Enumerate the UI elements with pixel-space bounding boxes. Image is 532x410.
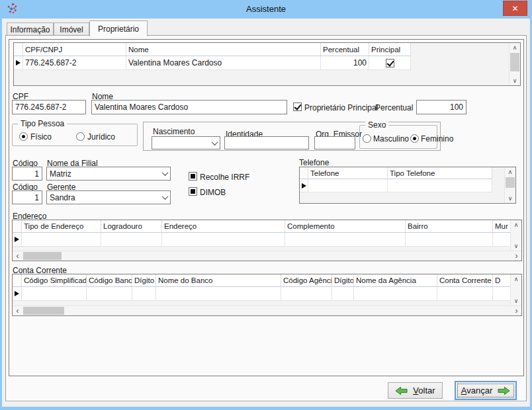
col-header-digito3[interactable]: D bbox=[493, 274, 510, 287]
dimob-checkbox[interactable] bbox=[189, 187, 197, 196]
row-selector[interactable] bbox=[14, 56, 23, 70]
col-header-digito2[interactable]: Dígito bbox=[332, 274, 354, 287]
cell-endereco[interactable] bbox=[162, 233, 285, 247]
scroll-left-icon[interactable]: ‹ bbox=[13, 306, 22, 315]
col-header-conta-corrente[interactable]: Conta Corrente bbox=[437, 274, 493, 287]
cell-complemento[interactable] bbox=[285, 233, 406, 247]
close-button[interactable]: ✕ bbox=[503, 1, 527, 16]
scroll-left-icon[interactable]: ‹ bbox=[13, 251, 22, 261]
recolhe-irrf-label[interactable]: Recolhe IRRF bbox=[200, 173, 249, 182]
scroll-down-icon[interactable]: ∨ bbox=[505, 194, 515, 203]
col-header-bairro[interactable]: Bairro bbox=[406, 220, 493, 233]
cell-telefone[interactable] bbox=[308, 179, 388, 192]
col-header-nome-banco[interactable]: Nome do Banco bbox=[156, 274, 281, 287]
gerente-combobox[interactable]: Sandra bbox=[46, 190, 171, 204]
codigo-gerente-field[interactable]: 1 bbox=[12, 190, 42, 204]
cpf-field[interactable]: 776.245.687-2 bbox=[12, 100, 86, 114]
scroll-up-icon[interactable]: ∧ bbox=[510, 43, 520, 52]
col-header-municipio[interactable]: Mur bbox=[493, 220, 511, 233]
conta-vscrollbar[interactable]: ∧ ∨ bbox=[510, 274, 521, 306]
cell-tipo-telefone[interactable] bbox=[388, 179, 492, 192]
feminino-label[interactable]: Feminino bbox=[421, 134, 453, 144]
tab-proprietario[interactable]: Proprietário bbox=[89, 20, 148, 36]
cell-nome-agencia[interactable] bbox=[354, 287, 437, 301]
col-header-percentual[interactable]: Percentual bbox=[321, 43, 369, 56]
col-header-cpf-cnpj[interactable]: CPF/CNPJ bbox=[23, 43, 126, 56]
fisico-label[interactable]: Físico bbox=[30, 132, 52, 142]
col-header-principal[interactable]: Principal bbox=[369, 43, 411, 56]
telefone-vscrollbar[interactable]: ∧ ∨ bbox=[504, 167, 515, 203]
feminino-radio[interactable] bbox=[410, 134, 419, 143]
percentual-field[interactable]: 100 bbox=[416, 100, 466, 114]
conta-hscrollbar[interactable]: ‹ › bbox=[13, 306, 521, 315]
cell-municipio[interactable] bbox=[493, 233, 511, 247]
org-emissor-field[interactable] bbox=[314, 136, 355, 149]
scrollbar-thumb[interactable] bbox=[23, 252, 62, 260]
scrollbar-thumb[interactable] bbox=[506, 177, 515, 188]
nome-filial-combobox[interactable]: Matriz bbox=[46, 167, 171, 181]
cell-logradouro[interactable] bbox=[101, 233, 162, 247]
endereco-hscrollbar[interactable]: ‹ › bbox=[13, 251, 521, 261]
cell-nome[interactable]: Valentina Moares Cardoso bbox=[126, 56, 321, 70]
col-header-logradouro[interactable]: Logradouro bbox=[101, 220, 162, 233]
nome-field[interactable]: Valentina Moares Cardoso bbox=[91, 100, 287, 114]
col-header-codigo-simplificado[interactable]: Código Simplificado bbox=[22, 274, 87, 287]
conta-corrente-grid[interactable]: Código Simplificado Código Banco Dígito … bbox=[12, 274, 522, 316]
scroll-down-icon[interactable]: ∨ bbox=[511, 296, 521, 306]
owners-grid[interactable]: CPF/CNPJ Nome Percentual Principal 776.2… bbox=[13, 42, 521, 86]
avancar-button[interactable]: Avançar bbox=[455, 381, 517, 400]
cell-codigo-banco[interactable] bbox=[87, 287, 132, 301]
endereco-grid[interactable]: Tipo de Endereço Logradouro Endereço Com… bbox=[12, 220, 522, 261]
scroll-up-icon[interactable]: ∧ bbox=[511, 220, 521, 229]
masculino-radio[interactable] bbox=[363, 134, 371, 143]
row-selector[interactable] bbox=[13, 233, 22, 247]
principal-checkbox[interactable] bbox=[386, 59, 394, 67]
cell-codigo-agencia[interactable] bbox=[281, 287, 332, 301]
scrollbar-thumb[interactable] bbox=[510, 53, 519, 71]
col-header-digito[interactable]: Dígito bbox=[132, 274, 156, 287]
cell-digito2[interactable] bbox=[332, 287, 354, 301]
endereco-vscrollbar[interactable]: ∧ ∨ bbox=[510, 220, 521, 251]
col-header-endereco[interactable]: Endereço bbox=[162, 220, 285, 233]
cell-digito[interactable] bbox=[132, 287, 156, 301]
identidade-field[interactable] bbox=[224, 136, 309, 149]
tab-imovel[interactable]: Imóvel bbox=[54, 22, 89, 36]
scroll-up-icon[interactable]: ∧ bbox=[505, 167, 515, 177]
col-header-tipo-endereco[interactable]: Tipo de Endereço bbox=[22, 220, 101, 233]
scrollbar-thumb[interactable] bbox=[23, 307, 64, 315]
cell-bairro[interactable] bbox=[406, 233, 493, 247]
cell-digito3[interactable] bbox=[493, 287, 510, 301]
row-selector[interactable] bbox=[300, 179, 308, 192]
juridico-radio[interactable] bbox=[76, 132, 85, 141]
cell-conta-corrente[interactable] bbox=[437, 287, 493, 301]
scroll-down-icon[interactable]: ∨ bbox=[511, 241, 521, 251]
proprietario-principal-checkbox[interactable] bbox=[293, 102, 302, 111]
cell-tipo-endereco[interactable] bbox=[22, 233, 101, 247]
voltar-button[interactable]: Voltar bbox=[388, 382, 443, 399]
juridico-label[interactable]: Jurídico bbox=[87, 132, 115, 142]
cell-percentual[interactable]: 100 bbox=[321, 56, 369, 70]
codigo-filial-field[interactable]: 1 bbox=[12, 167, 42, 181]
row-selector[interactable] bbox=[13, 287, 22, 301]
cell-nome-banco[interactable] bbox=[156, 287, 281, 301]
fisico-radio[interactable] bbox=[19, 132, 28, 141]
masculino-label[interactable]: Masculino bbox=[373, 134, 409, 144]
telefone-grid[interactable]: Telefone Tipo Telefone ∧ ∨ bbox=[299, 167, 516, 204]
col-header-telefone[interactable]: Telefone bbox=[308, 167, 388, 179]
dimob-label[interactable]: DIMOB bbox=[200, 188, 226, 197]
scroll-down-icon[interactable]: ∨ bbox=[510, 76, 520, 85]
col-header-complemento[interactable]: Complemento bbox=[285, 220, 406, 233]
col-header-nome[interactable]: Nome bbox=[126, 43, 321, 56]
proprietario-principal-label[interactable]: Proprietário Principal bbox=[304, 103, 378, 112]
recolhe-irrf-checkbox[interactable] bbox=[189, 172, 197, 181]
col-header-tipo-telefone[interactable]: Tipo Telefone bbox=[388, 167, 492, 179]
cell-codigo-simplificado[interactable] bbox=[22, 287, 87, 301]
nascimento-combobox[interactable] bbox=[152, 136, 220, 149]
scroll-up-icon[interactable]: ∧ bbox=[511, 274, 521, 284]
scroll-right-icon[interactable]: › bbox=[511, 306, 521, 315]
tab-informacao[interactable]: Informação bbox=[7, 22, 54, 36]
col-header-codigo-banco[interactable]: Código Banco bbox=[87, 274, 132, 287]
col-header-nome-agencia[interactable]: Nome da Agência bbox=[354, 274, 437, 287]
owners-grid-vscrollbar[interactable]: ∧ ∨ bbox=[509, 43, 520, 85]
scroll-right-icon[interactable]: › bbox=[511, 251, 521, 261]
